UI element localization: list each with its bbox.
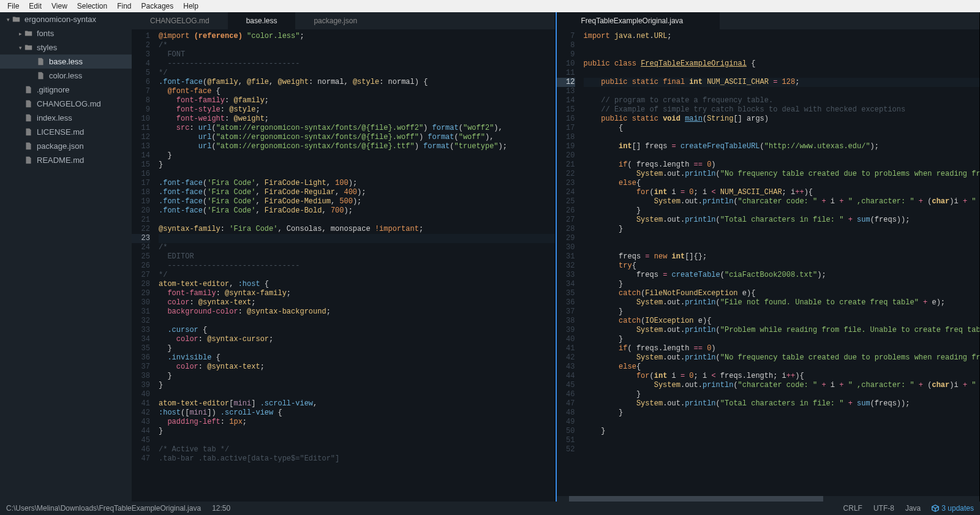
tree-item-package-json[interactable]: package.json (0, 139, 132, 153)
folder-icon (23, 29, 33, 37)
tab-bar-right: FreqTableExampleOriginal.java (557, 12, 980, 29)
tree-item-label: styles (37, 43, 57, 52)
tree-item-label: ergonomicon-syntax (24, 15, 96, 24)
tree-item-label: LICENSE.md (37, 127, 84, 137)
file-icon (36, 58, 45, 66)
file-icon (23, 100, 33, 108)
file-icon (23, 128, 33, 136)
tree-item-fonts[interactable]: ▸fonts (0, 26, 132, 40)
code-right[interactable]: import java.net.URL; public class FreqTa… (580, 29, 980, 496)
editor-pane-left: CHANGELOG.mdbase.lesspackage.json 123456… (132, 12, 556, 502)
folder-icon (23, 43, 33, 51)
status-encoding[interactable]: UTF-8 (873, 504, 894, 513)
editor-pane-right: FreqTableExampleOriginal.java 7891011121… (556, 12, 981, 502)
tree-item-label: CHANGELOG.md (37, 99, 101, 108)
status-bar: C:\Users\Melina\Downloads\FreqTableExamp… (0, 502, 980, 515)
tab-base-less[interactable]: base.less (228, 12, 296, 29)
file-icon (23, 86, 33, 94)
gutter-left: 1234567891011121314151617181920212223242… (132, 29, 155, 502)
code-left[interactable]: @import (reference) "color.less"; /* FON… (155, 29, 555, 502)
status-path[interactable]: C:\Users\Melina\Downloads\FreqTableExamp… (6, 504, 201, 513)
chevron-icon: ▾ (5, 17, 11, 23)
file-icon (23, 156, 33, 164)
tree-item-label: .gitignore (37, 85, 69, 94)
file-icon (23, 142, 33, 150)
menu-view[interactable]: View (47, 1, 72, 12)
file-icon (23, 114, 33, 122)
tree-item-label: base.less (49, 57, 83, 66)
menu-find[interactable]: Find (112, 1, 136, 12)
tree-item-license-md[interactable]: LICENSE.md (0, 125, 132, 139)
package-icon (932, 505, 939, 512)
editor-left[interactable]: 1234567891011121314151617181920212223242… (132, 29, 555, 502)
status-updates[interactable]: 3 updates (932, 504, 974, 513)
tree-item-ergonomicon-syntax[interactable]: ▾ergonomicon-syntax (0, 12, 132, 26)
tree-item-base-less[interactable]: base.less (0, 55, 132, 69)
tree-item-label: fonts (37, 29, 54, 38)
tree-item-changelog-md[interactable]: CHANGELOG.md (0, 97, 132, 111)
menu-file[interactable]: File (2, 1, 24, 12)
chevron-icon: ▾ (17, 45, 23, 51)
tree-item--gitignore[interactable]: .gitignore (0, 83, 132, 97)
status-eol[interactable]: CRLF (843, 504, 862, 513)
tree-item-label: package.json (37, 141, 84, 151)
status-cursor[interactable]: 12:50 (212, 504, 230, 513)
menu-edit[interactable]: Edit (24, 1, 47, 12)
tab-package-json[interactable]: package.json (295, 12, 375, 29)
status-language[interactable]: Java (905, 504, 921, 513)
tab-freqtable[interactable]: FreqTableExampleOriginal.java (557, 12, 720, 29)
menu-selection[interactable]: Selection (72, 1, 112, 12)
tree-item-readme-md[interactable]: README.md (0, 153, 132, 167)
tab-bar-left: CHANGELOG.mdbase.lesspackage.json (132, 12, 555, 29)
status-updates-label: 3 updates (941, 504, 974, 513)
tree-view[interactable]: ▾ergonomicon-syntax▸fonts▾stylesbase.les… (0, 12, 132, 502)
tree-item-label: index.less (37, 113, 72, 122)
menubar: File Edit View Selection Find Packages H… (0, 0, 980, 12)
menu-packages[interactable]: Packages (137, 1, 179, 12)
folder-icon (11, 15, 21, 23)
file-icon (36, 72, 45, 80)
tree-item-label: README.md (37, 156, 84, 165)
editor-right[interactable]: 7891011121314151617181920212223242526272… (557, 29, 980, 496)
tab-changelog-md[interactable]: CHANGELOG.md (132, 12, 228, 29)
tree-item-color-less[interactable]: color.less (0, 69, 132, 83)
tree-item-label: color.less (49, 71, 82, 80)
tree-item-styles[interactable]: ▾styles (0, 40, 132, 55)
chevron-icon: ▸ (17, 31, 23, 37)
menu-help[interactable]: Help (178, 1, 203, 12)
tree-item-index-less[interactable]: index.less (0, 111, 132, 125)
horizontal-scrollbar[interactable] (557, 496, 980, 502)
gutter-right: 7891011121314151617181920212223242526272… (557, 29, 580, 496)
